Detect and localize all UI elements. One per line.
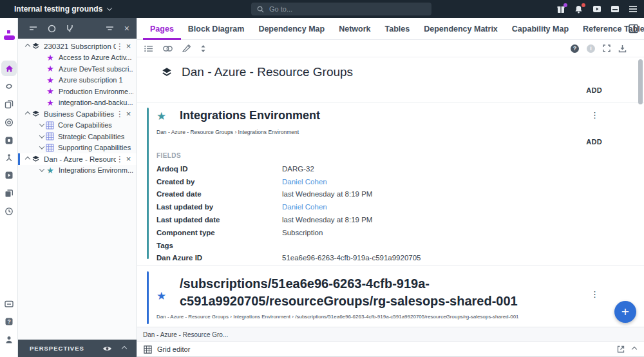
sync-icon[interactable]: [4, 81, 14, 92]
star-icon: ★: [46, 76, 55, 84]
tab-network[interactable]: Network: [332, 18, 377, 40]
help-circle-icon[interactable]: ?: [571, 44, 579, 53]
close-icon[interactable]: ×: [124, 109, 133, 119]
page-header: Dan - Azure - Resource Groups: [161, 65, 353, 79]
chevron-down-icon[interactable]: [37, 123, 46, 127]
field-row: Ardoq IDDARG-32: [156, 162, 618, 175]
chevron-down-icon[interactable]: [37, 146, 46, 150]
tab-block-diagram[interactable]: Block Diagram: [181, 18, 252, 40]
add-button[interactable]: ADD: [586, 86, 602, 94]
surveys-icon[interactable]: [4, 170, 14, 180]
field-row: Tags: [156, 239, 618, 252]
add-button[interactable]: ADD: [586, 138, 602, 146]
section-title: Integrations Environment: [180, 109, 320, 122]
chevron-down-icon[interactable]: [37, 168, 46, 172]
filter-icon[interactable]: [106, 25, 114, 32]
star-icon[interactable]: ★: [156, 291, 166, 302]
download-icon[interactable]: [618, 44, 627, 53]
chat-icon[interactable]: [4, 299, 14, 309]
close-icon[interactable]: ×: [124, 41, 133, 51]
field-row: Created byDaniel Cohen: [156, 175, 618, 188]
user-icon[interactable]: [4, 334, 14, 345]
kebab-menu-icon[interactable]: ⋮: [116, 155, 124, 164]
tree-workspace-row[interactable]: 230321 Subscription 03 ⋮ ×: [18, 41, 137, 52]
docs-icon[interactable]: [4, 188, 14, 198]
view-toolbar-right: ? i: [571, 44, 627, 53]
user-link[interactable]: Daniel Cohen: [282, 178, 327, 186]
tree-item[interactable]: ★Azure DevTest subscri...: [18, 63, 137, 75]
field-row: Last updated datelast Wednesday at 8:19 …: [156, 213, 618, 226]
status-bar: Dan - Azure - Resource Gro...: [137, 327, 644, 342]
tree-item[interactable]: ★integration-and-backu...: [18, 97, 137, 109]
tree-workspace-row[interactable]: Business Capabilities ⋮ ×: [18, 108, 137, 120]
pen-icon[interactable]: [182, 44, 191, 52]
chevron-up-icon[interactable]: [23, 44, 32, 48]
link-icon[interactable]: [163, 46, 173, 52]
kebab-menu-icon[interactable]: ⋮: [116, 42, 124, 51]
perspectives-bar[interactable]: PERSPECTIVES: [18, 340, 137, 357]
chevron-up-icon[interactable]: [23, 112, 32, 116]
capability-grid-icon: [46, 132, 54, 140]
kebab-menu-icon[interactable]: ⋮: [591, 289, 599, 299]
tree-item[interactable]: Strategic Capabilities: [18, 131, 137, 142]
tree-item[interactable]: ★Access to Azure Activ...: [18, 52, 137, 64]
add-fab-button[interactable]: +: [614, 301, 636, 323]
tab-capability-map[interactable]: Capability Map: [505, 18, 576, 40]
field-row: Dan Azure ID51ea6e96-6263-4cfb-919a-c591…: [156, 252, 618, 265]
search-input[interactable]: Go to...: [251, 3, 431, 15]
close-icon[interactable]: ×: [124, 23, 129, 34]
tab-dependency-map[interactable]: Dependency Map: [251, 18, 332, 40]
perspective-branch-icon[interactable]: [66, 24, 73, 33]
chevron-up-icon[interactable]: [632, 347, 637, 352]
target-icon[interactable]: [4, 117, 14, 128]
tab-tables[interactable]: Tables: [378, 18, 417, 40]
layout-columns-icon[interactable]: [629, 24, 638, 34]
chevron-up-icon[interactable]: [122, 345, 127, 351]
search-icon: [257, 6, 264, 13]
open-external-icon[interactable]: [617, 345, 625, 353]
tree-item[interactable]: ★ Integrations Environm...: [18, 165, 137, 177]
ardoq-logo[interactable]: [0, 30, 18, 44]
metamodel-icon[interactable]: [4, 153, 14, 163]
section-accent-bar: [147, 108, 149, 259]
sort-icon[interactable]: [29, 25, 37, 32]
component-section-integrations: ★ Integrations Environment ⋮ Dan - Azure…: [137, 102, 644, 265]
fullscreen-icon[interactable]: [603, 44, 611, 52]
history-icon[interactable]: [4, 206, 14, 217]
grid-editor-bar[interactable]: Grid editor: [137, 342, 644, 357]
gift-icon[interactable]: [556, 5, 565, 14]
info-circle-icon[interactable]: i: [587, 44, 595, 53]
field-row: Created datelast Wednesday at 8:19 PM: [156, 188, 618, 201]
org-switcher[interactable]: Internal testing grounds: [14, 5, 111, 14]
star-icon[interactable]: ★: [156, 111, 166, 122]
tree-item[interactable]: Core Capabilities: [18, 120, 137, 131]
list-icon[interactable]: [144, 45, 153, 52]
bell-icon[interactable]: [574, 5, 583, 14]
vertical-scrollbar[interactable]: [638, 59, 643, 104]
chevron-down-icon[interactable]: [37, 135, 46, 139]
view-toolbar: ? i: [137, 40, 644, 57]
eye-icon[interactable]: [102, 345, 112, 352]
kebab-menu-icon[interactable]: ⋮: [591, 110, 599, 120]
tree-workspace-row-selected[interactable]: Dan - Azure - Resource ... ⋮ ×: [18, 153, 137, 165]
status-tab-label[interactable]: Dan - Azure - Resource Gro...: [143, 331, 228, 338]
close-icon[interactable]: ×: [124, 154, 133, 164]
inbox-icon[interactable]: [610, 5, 620, 14]
tab-pages[interactable]: Pages: [143, 18, 181, 40]
kebab-menu-icon[interactable]: ⋮: [116, 110, 124, 119]
tree-item[interactable]: Supporting Capabilities: [18, 142, 137, 154]
svg-text:?: ?: [7, 318, 10, 325]
help-icon[interactable]: ?: [4, 316, 14, 327]
presentation-icon[interactable]: [4, 135, 14, 146]
tab-dependency-matrix[interactable]: Dependency Matrix: [417, 18, 505, 40]
tree-item[interactable]: ★Azure subscription 1: [18, 75, 137, 86]
sort-updown-icon[interactable]: [200, 44, 206, 53]
menu-icon[interactable]: [628, 5, 638, 14]
user-link[interactable]: Daniel Cohen: [282, 203, 327, 211]
video-tour-icon[interactable]: [592, 5, 601, 14]
tree-item[interactable]: ★Production Environme...: [18, 86, 137, 97]
home-nav-active[interactable]: [1, 61, 17, 76]
scope-circle-icon[interactable]: [48, 24, 56, 33]
chevron-up-icon[interactable]: [23, 157, 32, 161]
workspaces-icon[interactable]: [4, 99, 14, 110]
